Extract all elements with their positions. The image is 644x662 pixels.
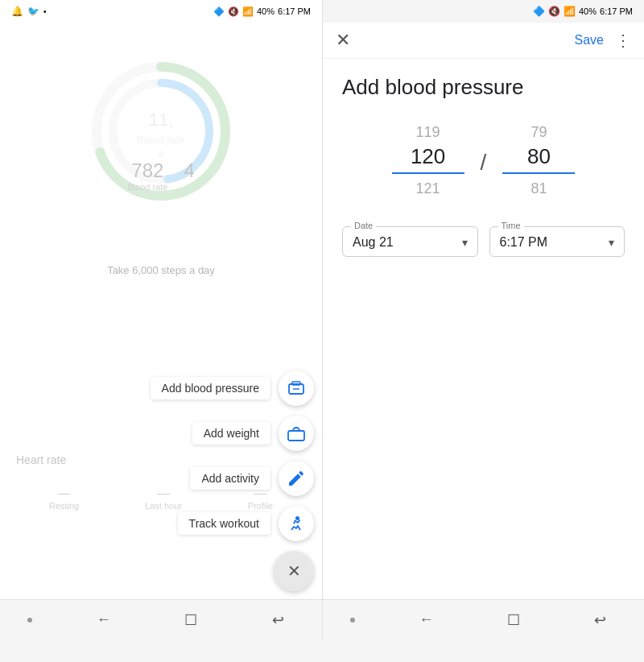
recent-button-right[interactable]: ↩ [584,604,617,636]
date-label: Date [351,221,376,230]
toolbar-actions: Save ⋮ [575,31,631,50]
bluetooth-icon-left: 🔷 [213,6,225,17]
twitter-icon: 🐦 [27,6,39,17]
back-button-left[interactable]: ← [88,604,120,636]
time-select-row[interactable]: 6:17 PM ▾ [500,235,615,250]
home-button-right[interactable]: ☐ [497,604,530,636]
diastolic-current[interactable]: 80 [502,144,575,174]
bg-stats-row: 782 Blood rate 4 [0,159,322,192]
form-title: Add blood pressure [323,59,644,108]
systolic-current[interactable]: 120 [392,144,464,174]
datetime-row: Date Aug 21 ▾ Time 6:17 PM ▾ [323,213,644,270]
fab-icon-blood-pressure[interactable] [279,370,314,406]
fab-label-workout[interactable]: Track workout [178,512,270,535]
bg-resting: — Resting [49,486,79,511]
signal-icon-left: 📶 [242,6,254,17]
fab-item-activity[interactable]: Add activity [190,461,314,496]
systolic-below: 121 [416,180,440,197]
fab-item-blood-pressure[interactable]: Add blood pressure [151,370,314,406]
right-status-right: 🔷 🔇 📶 40% 6:17 PM [533,6,633,17]
left-panel: 🔔 🐦 • 🔷 🔇 📶 40% 6:17 PM 11, Blood ra [0,0,322,639]
fab-label-blood-pressure[interactable]: Add blood pressure [151,377,270,399]
fab-icon-workout[interactable] [279,506,314,541]
date-dropdown-icon: ▾ [462,236,468,249]
svg-rect-8 [292,382,300,385]
steps-goal-text: Take 6,000 steps a day [0,264,322,276]
time-label: Time [498,221,524,230]
notification-icon: 🔔 [11,6,23,17]
time-right: 6:17 PM [600,6,633,16]
bp-divider: / [481,150,487,176]
left-status-right: 🔷 🔇 📶 40% 6:17 PM [213,6,311,17]
bluetooth-icon-right: 🔷 [533,6,545,17]
back-button-right[interactable]: ← [410,604,442,636]
left-status-icons: 🔔 🐦 • [11,6,47,17]
left-status-bar: 🔔 🐦 • 🔷 🔇 📶 40% 6:17 PM [0,0,322,23]
home-button-left[interactable]: ☐ [175,604,207,636]
heart-rate-label: Heart rate [16,453,66,466]
nav-dot-left [27,618,32,623]
time-value: 6:17 PM [500,235,548,250]
signal-icon-right: 📶 [564,6,576,17]
diastolic-above: 79 [530,124,547,141]
mute-icon-right: 🔇 [548,6,560,17]
fab-item-weight[interactable]: Add weight [192,416,314,451]
form-toolbar: ✕ Save ⋮ [323,23,644,59]
fab-label-activity[interactable]: Add activity [190,467,270,490]
date-value: Aug 21 [353,235,394,250]
date-select-row[interactable]: Aug 21 ▾ [353,235,468,250]
battery-right: 40% [579,6,597,16]
svg-rect-10 [288,431,304,441]
mute-icon-left: 🔇 [228,6,239,17]
systolic-picker[interactable]: 119 120 121 [392,124,464,197]
battery-left: 40% [257,6,275,16]
time-field[interactable]: Time 6:17 PM ▾ [489,226,625,257]
time-dropdown-icon: ▾ [609,236,614,249]
svg-point-11 [295,516,299,520]
bottom-nav-left: ← ☐ ↩ [0,599,322,639]
bottom-nav-right: ← ☐ ↩ [323,599,644,639]
bp-picker: 119 120 121 / 79 80 81 [323,108,644,213]
systolic-above: 119 [416,124,440,141]
svg-text:11,: 11, [149,110,174,130]
dot-icon: • [43,7,47,16]
diastolic-picker[interactable]: 79 80 81 [502,124,575,197]
fab-close-button[interactable]: ✕ [274,551,314,591]
more-button[interactable]: ⋮ [615,31,631,50]
fab-item-workout[interactable]: Track workout [178,506,314,541]
fab-icon-activity[interactable] [279,461,314,496]
svg-text:4: 4 [158,148,163,160]
fab-menu: Add blood pressure Add weight [151,370,314,591]
close-button[interactable]: ✕ [336,31,350,49]
right-panel: 🔷 🔇 📶 40% 6:17 PM ✕ Save ⋮ Add blood pre… [322,0,644,639]
date-field[interactable]: Date Aug 21 ▾ [342,226,478,257]
diastolic-below: 81 [530,180,547,197]
time-left: 6:17 PM [278,6,311,16]
svg-text:Blood rate: Blood rate [137,134,184,146]
right-status-bar: 🔷 🔇 📶 40% 6:17 PM [323,0,644,23]
recent-button-left[interactable]: ↩ [262,604,295,636]
nav-dot-right [350,618,355,623]
save-button[interactable]: Save [575,33,604,48]
close-fab-icon: ✕ [287,561,301,581]
fab-icon-weight[interactable] [279,416,314,451]
fab-label-weight[interactable]: Add weight [192,422,270,445]
